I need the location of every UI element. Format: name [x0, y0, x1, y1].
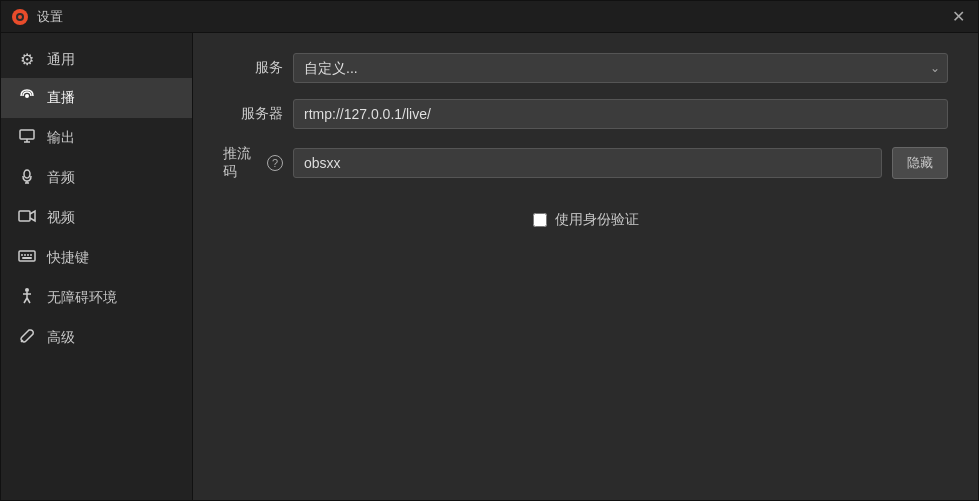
sidebar-label-accessibility: 无障碍环境: [47, 289, 117, 307]
stream-key-label-group: 推流码 ?: [223, 145, 283, 181]
app-layout: ⚙ 通用 直播 输出: [1, 33, 978, 501]
sidebar-item-output[interactable]: 输出: [1, 118, 192, 158]
app-icon: [11, 8, 29, 26]
svg-point-7: [24, 170, 30, 178]
svg-point-2: [18, 15, 22, 19]
titlebar: 设置 ✕: [1, 1, 978, 33]
service-label: 服务: [223, 59, 283, 77]
sidebar-item-video[interactable]: 视频: [1, 198, 192, 238]
gear-icon: ⚙: [17, 50, 37, 69]
sidebar-item-audio[interactable]: 音频: [1, 158, 192, 198]
broadcast-icon: [17, 87, 37, 109]
sidebar-label-output: 输出: [47, 129, 75, 147]
keyboard-icon: [17, 247, 37, 269]
wrench-icon: [17, 327, 37, 349]
server-input-wrapper: [293, 99, 948, 129]
auth-checkbox[interactable]: [533, 213, 547, 227]
output-icon: [17, 127, 37, 149]
service-row: 服务 自定义... ⌄: [223, 53, 948, 83]
stream-key-label: 推流码: [223, 145, 263, 181]
svg-point-17: [25, 288, 29, 292]
sidebar-label-general: 通用: [47, 51, 75, 69]
audio-icon: [17, 167, 37, 189]
sidebar: ⚙ 通用 直播 输出: [1, 33, 193, 501]
main-content: 服务 自定义... ⌄ 服务器 推流码 ? 隐藏: [193, 33, 978, 501]
server-row: 服务器: [223, 99, 948, 129]
accessibility-icon: [17, 287, 37, 309]
svg-rect-4: [20, 130, 34, 139]
stream-key-row: 推流码 ? 隐藏: [223, 145, 948, 181]
help-icon[interactable]: ?: [267, 155, 283, 171]
sidebar-item-general[interactable]: ⚙ 通用: [1, 41, 192, 78]
auth-checkbox-label[interactable]: 使用身份验证: [555, 211, 639, 229]
auth-checkbox-row: 使用身份验证: [223, 211, 948, 229]
sidebar-item-hotkeys[interactable]: 快捷键: [1, 238, 192, 278]
svg-line-20: [24, 298, 27, 303]
server-label: 服务器: [223, 105, 283, 123]
server-input[interactable]: [293, 99, 948, 129]
stream-key-input[interactable]: [293, 148, 882, 178]
svg-rect-10: [19, 211, 30, 221]
service-select[interactable]: 自定义...: [293, 53, 948, 83]
sidebar-item-advanced[interactable]: 高级: [1, 318, 192, 358]
service-select-wrapper: 自定义... ⌄: [293, 53, 948, 83]
sidebar-label-audio: 音频: [47, 169, 75, 187]
sidebar-label-video: 视频: [47, 209, 75, 227]
sidebar-item-accessibility[interactable]: 无障碍环境: [1, 278, 192, 318]
svg-rect-11: [19, 251, 35, 261]
sidebar-label-stream: 直播: [47, 89, 75, 107]
sidebar-item-stream[interactable]: 直播: [1, 78, 192, 118]
sidebar-label-hotkeys: 快捷键: [47, 249, 89, 267]
close-button[interactable]: ✕: [948, 7, 968, 27]
svg-point-3: [25, 94, 29, 98]
hide-button[interactable]: 隐藏: [892, 147, 948, 179]
video-icon: [17, 207, 37, 229]
window-title: 设置: [37, 8, 63, 26]
sidebar-label-advanced: 高级: [47, 329, 75, 347]
svg-line-21: [27, 298, 30, 303]
